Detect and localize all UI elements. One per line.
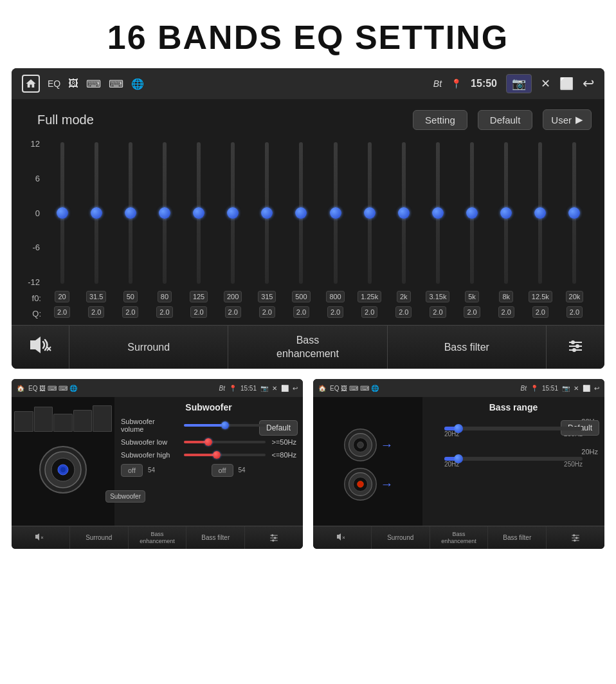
eq-band-thumb-7[interactable] [295,207,307,219]
eq-band-track-4[interactable] [197,142,201,284]
eq-band-track-8[interactable] [334,142,338,284]
bass-range-track-1[interactable] [444,427,583,430]
sub-mixer-btn-right[interactable] [547,526,604,549]
sub-back-right[interactable]: ↩ [594,385,599,392]
freq-label-2: 50 [113,291,147,303]
eq-band-track-13[interactable] [504,142,508,284]
sub-bass-filter-btn-left[interactable]: Bass filter [186,526,245,549]
bass-range-track-2[interactable] [444,457,583,461]
eq-band-15[interactable] [557,139,592,287]
eq-band-thumb-5[interactable] [227,207,239,219]
sub-high-slider[interactable] [184,454,266,456]
eq-band-4[interactable] [182,139,216,287]
bass-filter-button[interactable]: Bass filter [388,326,547,369]
sub-close-left[interactable]: ✕ [272,385,277,392]
eq-band-thumb-11[interactable] [432,207,444,219]
sub-surround-btn-right[interactable]: Surround [372,526,430,549]
eq-band-track-3[interactable] [163,142,167,284]
sub-vol-btn-right[interactable] [313,526,372,549]
eq-band-track-12[interactable] [470,142,474,284]
eq-band-track-11[interactable] [436,142,440,284]
eq-band-13[interactable] [489,139,523,287]
sub-close-right[interactable]: ✕ [574,385,579,392]
sub-bass-enh-btn-left[interactable]: Bassenhancement [129,526,187,549]
eq-band-track-0[interactable] [60,142,64,284]
eq-band-12[interactable] [455,139,489,287]
back-icon[interactable]: ↩ [583,75,594,92]
eq-band-9[interactable] [352,139,386,287]
sub-loc-right: 📍 [530,385,538,392]
surround-button[interactable]: Surround [69,326,228,369]
bass-enhancement-button[interactable]: Bassenhancement [228,326,387,369]
camera-btn[interactable]: 📷 [506,74,532,93]
sub-mixer-btn-left[interactable] [245,526,303,549]
eq-band-1[interactable] [79,139,113,287]
freq-prefix: f0: [24,291,45,303]
freq-label-13: 8k [489,291,523,303]
eq-band-6[interactable] [250,139,284,287]
eq-band-track-9[interactable] [368,142,372,284]
eq-band-thumb-6[interactable] [261,207,273,219]
eq-band-thumb-1[interactable] [91,207,102,219]
eq-band-11[interactable] [421,139,455,287]
eq-band-track-15[interactable] [572,142,576,284]
eq-band-5[interactable] [216,139,250,287]
toggle-off-left-2[interactable]: off [212,464,233,477]
sub-back-left[interactable]: ↩ [293,385,298,392]
sub-vol-btn-left[interactable] [12,526,70,549]
eq-band-thumb-12[interactable] [466,207,478,219]
sub-default-btn-left[interactable]: Default [259,420,298,436]
q-label-0: 2.0 [45,306,79,319]
svg-point-30 [357,481,363,488]
sub-surround-btn-left[interactable]: Surround [70,526,129,549]
eq-band-2[interactable] [113,139,147,287]
eq-band-track-5[interactable] [231,142,235,284]
volume-button[interactable] [12,326,69,369]
eq-band-8[interactable] [318,139,352,287]
user-button[interactable]: User ▶ [543,109,592,130]
home-icon[interactable] [22,75,40,93]
sub-home-icon-right[interactable]: 🏠 [318,385,326,392]
eq-band-thumb-10[interactable] [398,207,410,219]
q-label-14: 2.0 [523,306,557,319]
sub-low-slider[interactable] [184,441,266,443]
eq-band-thumb-15[interactable] [568,207,580,219]
eq-band-3[interactable] [147,139,181,287]
sub-bass-enh-btn-right[interactable]: Bassenhancement [430,526,489,549]
toggle-off-left-1[interactable]: off [121,464,143,477]
eq-band-thumb-14[interactable] [534,207,546,219]
eq-band-14[interactable] [523,139,557,287]
eq-main-area: Full mode Setting Default User ▶ 12 6 0 … [12,99,604,325]
cast-icon[interactable]: ⬜ [559,77,574,91]
mixer-button[interactable] [547,326,604,369]
sub-bass-filter-btn-right[interactable]: Bass filter [488,526,547,549]
sub-home-icon-left[interactable]: 🏠 [17,385,24,392]
sub-cam-right[interactable]: 📷 [562,385,570,392]
eq-band-track-1[interactable] [95,142,98,284]
close-icon[interactable]: ✕ [541,77,550,91]
sub-cast-right[interactable]: ⬜ [583,385,590,392]
eq-band-thumb-2[interactable] [125,207,136,219]
eq-band-track-10[interactable] [402,142,406,284]
eq-band-track-2[interactable] [129,142,132,284]
sub-vol-slider[interactable] [184,424,266,427]
eq-band-thumb-0[interactable] [57,207,68,219]
sub-cam-left[interactable]: 📷 [260,385,268,392]
eq-band-thumb-9[interactable] [364,207,376,219]
eq-band-thumb-13[interactable] [500,207,512,219]
subwoofer-btn[interactable]: Subwoofer [105,490,145,503]
sub-panel-right: Bass range 20Hz 20Hz 250Hz 20Hz [422,397,604,526]
eq-band-thumb-8[interactable] [330,207,341,219]
eq-band-7[interactable] [284,139,318,287]
eq-band-thumb-3[interactable] [159,207,170,219]
svg-marker-0 [30,337,41,353]
sub-cast-left[interactable]: ⬜ [281,385,289,392]
eq-band-0[interactable] [45,139,79,287]
eq-band-track-14[interactable] [538,142,542,284]
eq-band-thumb-4[interactable] [193,207,204,219]
default-button[interactable]: Default [478,110,533,130]
eq-band-10[interactable] [386,139,421,287]
eq-band-track-6[interactable] [265,142,269,284]
setting-button[interactable]: Setting [413,110,467,130]
eq-band-track-7[interactable] [299,142,303,284]
